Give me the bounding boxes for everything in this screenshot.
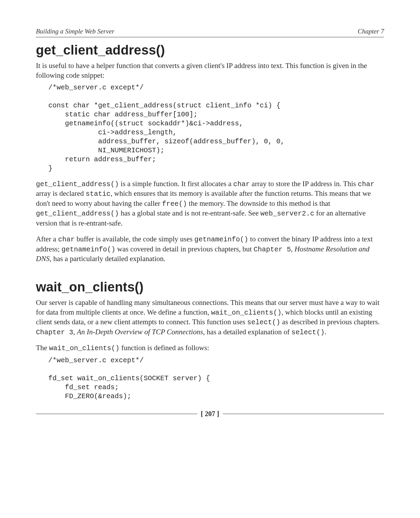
text: buffer is available, the code simply use… <box>75 235 194 243</box>
section1-paragraph-1: get_client_address() is a simple functio… <box>36 179 384 228</box>
section2-paragraph-1: Our server is capable of handling many s… <box>36 298 384 337</box>
code-block-1: /*web_server.c except*/ const char *get_… <box>48 83 384 173</box>
text: , <box>73 328 77 336</box>
text: has a global state and is not re-entrant… <box>119 209 260 217</box>
code-inline: static <box>86 190 111 198</box>
section-heading-1: get_client_address() <box>36 41 384 59</box>
text: is a simple function. It first allocates… <box>119 180 233 188</box>
text: . <box>325 328 326 336</box>
code-inline: Chapter 3 <box>36 328 73 336</box>
code-inline: char <box>358 180 374 188</box>
text: the memory. The downside to this method … <box>187 199 330 208</box>
text: , has a particularly detailed explanatio… <box>50 255 165 263</box>
section-heading-2: wait_on_clients() <box>36 278 384 296</box>
code-inline: wait_on_clients() <box>49 344 120 352</box>
text: After a <box>36 235 58 243</box>
code-inline: char <box>233 180 250 188</box>
running-header-left: Building a Simple Web Server <box>36 27 114 36</box>
running-header: Building a Simple Web Server Chapter 7 <box>36 27 384 37</box>
code-inline: getnameinfo() <box>61 246 115 253</box>
page-footer: [ 207 ] <box>36 409 384 419</box>
code-inline: get_client_address() <box>36 180 119 188</box>
section1-intro: It is useful to have a helper function t… <box>36 61 384 80</box>
code-inline: getnameinfo() <box>194 236 248 243</box>
text: , <box>291 245 295 253</box>
page-number: [ 207 ] <box>197 409 222 419</box>
text: , has a detailed explanation of <box>203 328 292 336</box>
code-inline: free() <box>162 200 187 208</box>
text: array to store the IP address in. This <box>250 180 358 188</box>
code-inline: get_client_address() <box>36 210 119 218</box>
footer-rule-right <box>223 414 384 414</box>
text: The <box>36 344 49 352</box>
footer-rule-left <box>36 414 197 414</box>
code-inline: select() <box>292 328 325 336</box>
header-rule <box>36 37 384 37</box>
text: as described in previous chapters. <box>280 318 380 326</box>
code-block-2: /*web_server.c except*/ fd_set wait_on_c… <box>48 356 384 401</box>
code-inline: web_server2.c <box>260 210 314 218</box>
page: Building a Simple Web Server Chapter 7 g… <box>0 0 420 418</box>
code-inline: char <box>58 236 75 243</box>
code-inline: wait_on_clients() <box>211 309 281 317</box>
code-inline: select() <box>247 318 280 326</box>
text: function is defined as follows: <box>120 344 209 352</box>
running-header-right: Chapter 7 <box>357 27 384 36</box>
section1-paragraph-2: After a char buffer is available, the co… <box>36 234 384 264</box>
code-inline: Chapter 5 <box>254 246 291 253</box>
text: array is declared <box>36 189 86 198</box>
italic-text: An In-Depth Overview of TCP Connections <box>77 328 203 336</box>
text: was covered in detail in previous chapte… <box>115 245 254 253</box>
section2-paragraph-2: The wait_on_clients() function is define… <box>36 343 384 353</box>
